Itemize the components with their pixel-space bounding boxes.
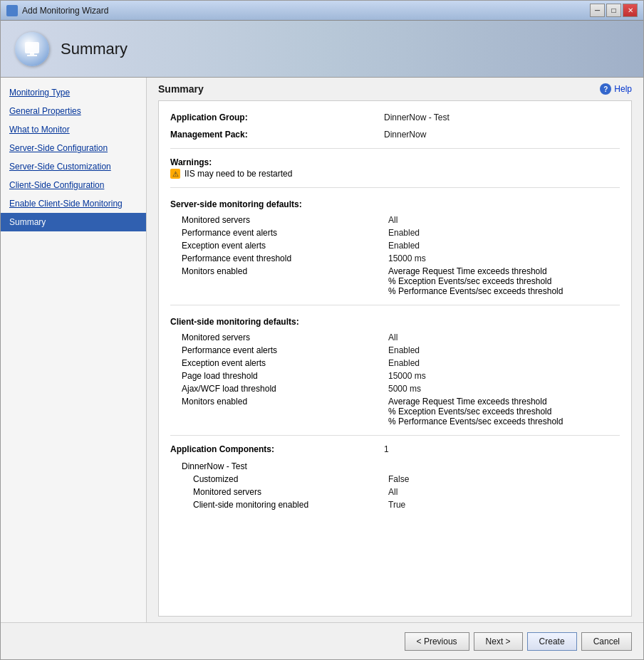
app-comp-client-monitoring-label: Client-side monitoring enabled [182,500,388,510]
client-monitored-servers-label: Monitored servers [182,332,388,342]
sidebar-item-what-to-monitor[interactable]: What to Monitor [1,120,146,139]
header-title: Summary [61,40,128,58]
header-area: Summary [1,21,643,78]
warnings-label: Warnings: [170,157,620,167]
summary-box: Application Group: DinnerNow - Test Mana… [158,100,632,617]
main-window: Add Monitoring Wizard ─ □ ✕ Summary Moni… [0,0,644,660]
sidebar-item-enable-client-monitoring[interactable]: Enable Client-Side Monitoring [1,194,146,213]
client-monitor-value-1: Average Request Time exceeds threshold [388,397,563,407]
help-icon: ? [600,83,611,95]
svg-rect-0 [25,42,39,53]
client-page-load-value: 15000 ms [388,371,426,381]
server-perf-alerts-row: Performance event alerts Enabled [170,228,620,238]
sidebar: Monitoring Type General Properties What … [1,78,147,622]
main-section-title: Summary [158,83,204,95]
divider-2 [170,187,620,188]
server-monitored-servers-row: Monitored servers All [170,215,620,225]
management-pack-row: Management Pack: DinnerNow [170,130,620,140]
app-comp-client-monitoring-row: Client-side monitoring enabled True [170,500,620,510]
warning-icon: ⚠ [170,169,180,179]
client-exception-alerts-row: Exception event alerts Enabled [170,358,620,368]
help-label: Help [614,84,632,94]
footer: < Previous Next > Create Cancel [1,622,643,659]
app-comp-customized-row: Customized False [170,474,620,484]
server-monitored-servers-label: Monitored servers [182,215,388,225]
app-comp-servers-value: All [388,487,398,497]
client-page-load-label: Page load threshold [182,371,388,381]
client-exception-alerts-value: Enabled [388,358,420,368]
sidebar-item-general-properties[interactable]: General Properties [1,102,146,120]
server-monitor-value-3: % Performance Events/sec exceeds thresho… [388,286,563,296]
main-header: Summary ? Help [147,78,643,100]
server-monitor-value-2: % Exception Events/sec exceeds threshold [388,276,563,286]
warning-item: ⚠ IIS may need to be restarted [170,169,620,179]
window-icon [6,5,18,16]
server-section-header: Server-side monitoring defaults: [170,199,620,209]
server-exception-alerts-value: Enabled [388,241,420,251]
sidebar-item-server-side-config[interactable]: Server-Side Configuration [1,139,146,157]
app-comp-name-row: DinnerNow - Test [170,461,620,471]
app-comp-customized-value: False [388,474,409,484]
server-exception-alerts-label: Exception event alerts [182,241,388,251]
client-monitored-servers-row: Monitored servers All [170,332,620,342]
sidebar-item-server-side-customization[interactable]: Server-Side Customization [1,157,146,176]
client-monitor-value-2: % Exception Events/sec exceeds threshold [388,407,563,417]
management-pack-label: Management Pack: [170,130,384,140]
svg-rect-1 [27,55,37,56]
application-group-value: DinnerNow - Test [384,112,450,122]
server-perf-alerts-label: Performance event alerts [182,228,388,238]
previous-button[interactable]: < Previous [405,632,469,651]
help-link[interactable]: ? Help [600,83,632,95]
application-group-label: Application Group: [170,112,384,122]
app-components-count: 1 [384,444,389,454]
client-monitors-enabled-label: Monitors enabled [182,397,388,426]
server-monitor-value-1: Average Request Time exceeds threshold [388,266,563,276]
client-perf-alerts-label: Performance event alerts [182,345,388,355]
client-perf-alerts-row: Performance event alerts Enabled [170,345,620,355]
server-monitored-servers-value: All [388,215,398,225]
client-perf-alerts-value: Enabled [388,345,420,355]
client-monitored-servers-value: All [388,332,398,342]
window-controls: ─ □ ✕ [590,4,638,17]
app-comp-servers-label: Monitored servers [182,487,388,497]
sidebar-item-client-side-config[interactable]: Client-Side Configuration [1,176,146,194]
client-monitors-enabled-values: Average Request Time exceeds threshold %… [388,397,563,426]
client-ajax-value: 5000 ms [388,384,421,394]
client-ajax-label: Ajax/WCF load threshold [182,384,388,394]
next-button[interactable]: Next > [474,632,523,651]
server-perf-threshold-label: Performance event threshold [182,253,388,263]
application-group-row: Application Group: DinnerNow - Test [170,112,620,122]
maximize-button[interactable]: □ [606,4,621,17]
server-perf-threshold-value: 15000 ms [388,253,426,263]
app-comp-customized-label: Customized [182,474,388,484]
title-bar: Add Monitoring Wizard ─ □ ✕ [1,1,643,21]
divider-3 [170,305,620,305]
client-monitors-enabled-row: Monitors enabled Average Request Time ex… [170,397,620,426]
close-button[interactable]: ✕ [623,4,638,17]
client-ajax-row: Ajax/WCF load threshold 5000 ms [170,384,620,394]
svg-rect-2 [30,52,34,55]
divider-1 [170,148,620,149]
warnings-section: Warnings: ⚠ IIS may need to be restarted [170,157,620,179]
server-perf-threshold-row: Performance event threshold 15000 ms [170,253,620,263]
server-monitors-enabled-label: Monitors enabled [182,266,388,296]
sidebar-item-summary: Summary [1,213,146,231]
warning-text: IIS may need to be restarted [185,169,292,179]
minimize-button[interactable]: ─ [590,4,605,17]
client-section-header: Client-side monitoring defaults: [170,317,620,327]
app-comp-client-monitoring-value: True [388,500,405,510]
server-exception-alerts-row: Exception event alerts Enabled [170,241,620,251]
management-pack-value: DinnerNow [384,130,426,140]
sidebar-item-monitoring-type[interactable]: Monitoring Type [1,83,146,102]
cancel-button[interactable]: Cancel [581,632,632,651]
app-comp-name-label: DinnerNow - Test [182,461,388,471]
server-perf-alerts-value: Enabled [388,228,420,238]
app-components-label: Application Components: [170,444,384,454]
title-bar-left: Add Monitoring Wizard [6,5,108,16]
client-exception-alerts-label: Exception event alerts [182,358,388,368]
divider-4 [170,435,620,436]
app-comp-servers-row: Monitored servers All [170,487,620,497]
content-area: Monitoring Type General Properties What … [1,78,643,622]
create-button[interactable]: Create [527,632,577,651]
server-monitors-enabled-row: Monitors enabled Average Request Time ex… [170,266,620,296]
